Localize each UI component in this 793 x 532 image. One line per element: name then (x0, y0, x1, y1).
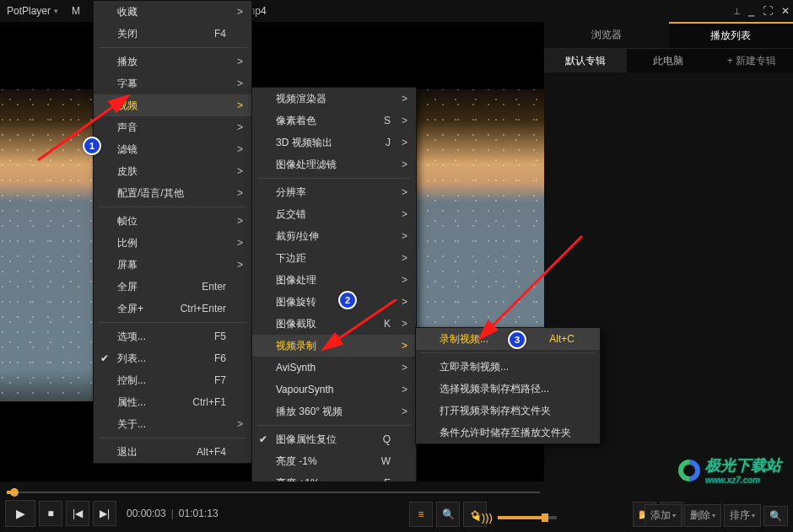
close-icon[interactable]: ✕ (781, 5, 790, 17)
side-tabs-sub: 默认专辑 此电脑 + 新建专辑 (544, 49, 793, 73)
prev-button[interactable]: |◀ (66, 501, 89, 526)
submenu-arrow-icon: > (237, 6, 243, 18)
menu-item-label: AviSynth (276, 362, 316, 373)
video-menu-item[interactable]: AviSynth> (252, 357, 416, 379)
main-menu-item[interactable]: 控制...F7 (94, 369, 251, 391)
add-button[interactable]: 添加▾ (645, 504, 682, 527)
main-menu-item[interactable]: 字幕> (94, 73, 251, 94)
record-menu-item[interactable]: 立即录制视频... (416, 356, 600, 378)
video-menu-item[interactable]: 像素着色S> (252, 110, 416, 132)
video-menu-item[interactable]: 反交错> (252, 203, 416, 225)
zoom-button[interactable]: 🔍 (436, 502, 460, 527)
main-menu-item[interactable]: 关于...> (94, 413, 251, 435)
menu-item-shortcut: F6 (214, 352, 226, 364)
main-menu-item[interactable]: 比例> (94, 232, 251, 254)
submenu-arrow-icon: > (237, 56, 243, 67)
video-menu-item[interactable]: 3D 视频输出J> (252, 132, 416, 153)
watermark: 极光下载站 www.xz7.com (678, 455, 781, 485)
video-menu-item[interactable]: 图像旋转> (252, 291, 416, 313)
video-menu-separator (257, 178, 411, 179)
next-button[interactable]: ▶| (93, 501, 116, 526)
submenu-arrow-icon: > (402, 230, 407, 242)
watermark-logo-icon (678, 459, 700, 481)
menu-item-label: 3D 视频输出 (276, 136, 332, 150)
menu-item-label: 图像截取 (276, 317, 316, 331)
playback-controls: ▶ ■ |◀ ▶| 00:00:03 | 01:01:13 (5, 500, 218, 527)
menu-button[interactable]: ≡ (409, 502, 433, 527)
submenu-arrow-icon: > (237, 121, 243, 133)
main-menu-item[interactable]: 全屏Enter (94, 276, 251, 298)
main-menu-item[interactable]: 关闭F4 (94, 23, 251, 45)
main-menu-item[interactable]: 配置/语言/其他> (94, 182, 251, 204)
main-menu-item[interactable]: 退出Alt+F4 (94, 441, 251, 463)
menu-item-label: 视频录制 (276, 339, 316, 353)
time-total: 01:01:13 (179, 508, 218, 519)
menu-item-label: 全屏 (117, 280, 138, 294)
video-menu-item[interactable]: 视频渲染器> (252, 88, 416, 110)
video-submenu: 视频渲染器>像素着色S>3D 视频输出J>图像处理滤镜>分辨率>反交错>裁剪/拉… (251, 87, 417, 532)
tab-playlist[interactable]: 播放列表 (669, 22, 794, 49)
fullscreen-icon[interactable]: ⛶ (763, 5, 773, 17)
tab-default-album[interactable]: 默认专辑 (544, 49, 627, 73)
video-menu-item[interactable]: ✔图像属性复位Q (252, 428, 416, 450)
video-menu-item[interactable]: 图像处理> (252, 269, 416, 291)
video-menu-item[interactable]: 裁剪/拉伸> (252, 225, 416, 247)
main-menu-item[interactable]: 选项...F5 (94, 325, 251, 347)
bottom-bar: ▶ ■ |◀ ▶| 00:00:03 | 01:01:13 ≡ 🔍 ✿ ◄)))… (0, 481, 793, 532)
delete-button[interactable]: 删除▾ (684, 504, 721, 527)
video-menu-item[interactable]: 分辨率> (252, 181, 416, 203)
menu-item-shortcut: K (384, 318, 391, 330)
submenu-arrow-icon: > (402, 115, 407, 126)
submenu-arrow-icon: > (402, 93, 407, 105)
main-menu-item[interactable]: 声音> (94, 116, 251, 138)
video-menu-item[interactable]: 下边距> (252, 247, 416, 269)
menu-item-shortcut: Alt+C (549, 333, 575, 345)
main-menu-item[interactable]: 视频> (94, 94, 251, 116)
main-menu-item[interactable]: 皮肤> (94, 160, 251, 182)
app-menu-button[interactable]: PotPlayer ▾ (0, 5, 65, 17)
main-menu-item[interactable]: 属性...Ctrl+F1 (94, 391, 251, 413)
main-menu-item[interactable]: 全屏+Ctrl+Enter (94, 298, 251, 320)
record-menu-item[interactable]: 选择视频录制存档路径... (416, 378, 600, 400)
speaker-icon[interactable]: ◄))) (471, 511, 493, 524)
submenu-arrow-icon: > (402, 340, 407, 352)
record-menu-item[interactable]: 打开视频录制存档文件夹 (416, 400, 600, 422)
main-menu-item[interactable]: 播放> (94, 51, 251, 73)
main-menu-item[interactable]: 滤镜> (94, 138, 251, 160)
main-menu-item[interactable]: 屏幕> (94, 254, 251, 276)
video-menu-item[interactable]: VapourSynth> (252, 379, 416, 400)
menu-item-label: 关闭 (117, 27, 138, 41)
tab-this-pc[interactable]: 此电脑 (627, 49, 709, 73)
volume-track[interactable] (498, 516, 557, 519)
record-menu-item[interactable]: 录制视频...Alt+C (416, 328, 600, 350)
stop-button[interactable]: ■ (39, 501, 62, 526)
submenu-arrow-icon: > (402, 274, 407, 286)
video-menu-item[interactable]: 视频录制> (252, 335, 416, 357)
search-button[interactable]: 🔍 (763, 506, 788, 526)
watermark-text: 极光下载站 (705, 455, 781, 476)
minimize-icon[interactable]: ⎯ (748, 5, 754, 17)
play-button[interactable]: ▶ (5, 500, 35, 527)
video-menu-item[interactable]: 播放 360° 视频> (252, 400, 416, 422)
menu-item-label: 裁剪/拉伸 (276, 229, 319, 244)
seek-bar[interactable] (7, 486, 540, 498)
seek-knob[interactable] (10, 488, 19, 497)
main-menu-item[interactable]: 收藏> (94, 1, 251, 23)
tab-new-album[interactable]: + 新建专辑 (710, 49, 793, 73)
sort-button[interactable]: 排序▾ (724, 504, 761, 527)
submenu-arrow-icon: > (402, 362, 407, 373)
video-menu-item[interactable]: 图像处理滤镜> (252, 153, 416, 175)
main-menu-separator (99, 322, 246, 323)
main-context-menu: 收藏>关闭F4播放>字幕>视频>声音>滤镜>皮肤>配置/语言/其他>帧位>比例>… (93, 0, 252, 464)
record-menu-item[interactable]: 条件允许时储存至播放文件夹 (416, 422, 600, 443)
video-menu-item[interactable]: 图像截取K> (252, 313, 416, 335)
menu-item-shortcut: Alt+F4 (197, 446, 226, 458)
pin-icon[interactable]: ⟂ (734, 5, 740, 17)
main-menu-item[interactable]: ✔列表...F6 (94, 347, 251, 369)
main-menu-item[interactable]: 帧位> (94, 210, 251, 232)
tab-browser[interactable]: 浏览器 (544, 22, 669, 49)
video-menu-item[interactable]: 亮度 -1%W (252, 450, 416, 472)
volume-control[interactable]: ◄))) (471, 511, 557, 524)
menu-item-label: 图像处理 (276, 273, 316, 287)
menu-item-label: 滤镜 (117, 142, 138, 157)
